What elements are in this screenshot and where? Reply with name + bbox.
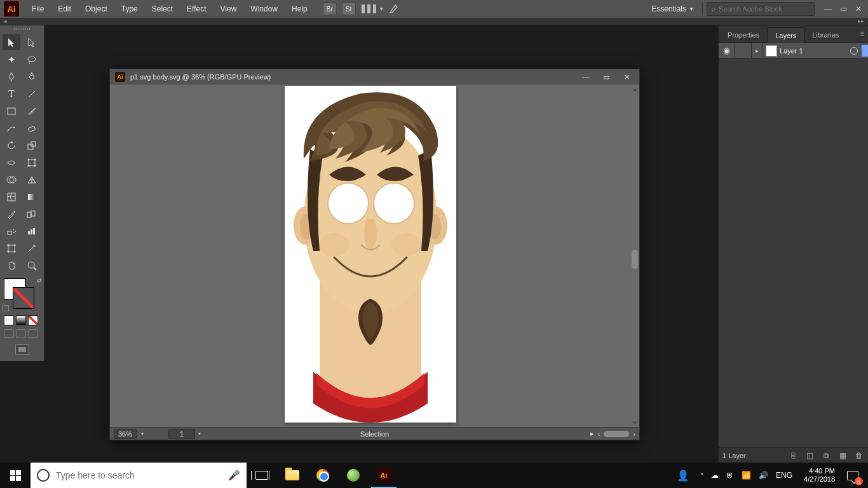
default-fill-stroke-icon[interactable] (3, 305, 9, 311)
create-sublayer-button[interactable]: ⧉ (821, 451, 831, 461)
chrome-button[interactable] (308, 463, 338, 488)
delete-layer-button[interactable]: 🗑 (854, 451, 864, 461)
make-clipping-mask-button[interactable]: ◫ (804, 451, 815, 461)
android-studio-button[interactable] (338, 463, 369, 488)
gradient-tool[interactable] (23, 189, 41, 205)
fill-stroke-control[interactable]: ⇄ (4, 278, 41, 310)
gpu-preview-icon[interactable] (388, 3, 400, 15)
color-mode-none[interactable] (28, 315, 38, 325)
rotate-tool[interactable] (3, 137, 20, 153)
artboard-dropdown-icon[interactable]: ▾ (196, 431, 203, 437)
shaper-tool[interactable] (3, 120, 20, 136)
draw-behind[interactable] (16, 329, 26, 338)
security-icon[interactable]: ⛨ (726, 471, 734, 480)
lasso-tool[interactable] (23, 51, 41, 67)
last-artboard-button[interactable]: ▸I (214, 430, 223, 438)
hscroll-left-icon[interactable]: ‹ (598, 430, 600, 438)
layer-row[interactable]: ◉ ▸ Layer 1 (719, 43, 868, 58)
close-button[interactable]: ✕ (851, 4, 865, 14)
bridge-button[interactable]: Br (323, 3, 337, 15)
column-graph-tool[interactable] (23, 223, 41, 239)
menu-object[interactable]: Object (79, 2, 114, 16)
eraser-tool[interactable] (23, 120, 41, 136)
menu-select[interactable]: Select (146, 2, 179, 16)
slice-tool[interactable] (23, 240, 41, 256)
type-tool[interactable]: T (3, 86, 20, 102)
hscroll-play-icon[interactable]: ▸ (590, 430, 594, 438)
stock-button[interactable]: St (342, 3, 356, 15)
menu-file[interactable]: File (25, 2, 50, 16)
prev-artboard-button[interactable]: ◂ (158, 430, 167, 438)
action-center-button[interactable]: 5 (840, 463, 865, 488)
screen-mode-button[interactable] (15, 344, 29, 355)
onedrive-icon[interactable]: ☁ (711, 471, 719, 480)
hscroll-thumb[interactable] (604, 431, 629, 437)
eyedropper-tool[interactable] (3, 206, 20, 222)
pen-tool[interactable] (3, 69, 20, 85)
taskbar-clock[interactable]: 4:40 PM 4/27/2018 (799, 467, 840, 484)
perspective-grid-tool[interactable] (23, 172, 41, 187)
swap-fill-stroke-icon[interactable]: ⇄ (37, 277, 42, 283)
selection-tool[interactable] (3, 34, 20, 50)
free-transform-tool[interactable] (23, 154, 41, 170)
arrange-documents-button[interactable]: ▾ (361, 3, 383, 15)
draw-inside[interactable] (28, 329, 38, 338)
microphone-icon[interactable]: 🎤 (228, 470, 240, 481)
menu-edit[interactable]: Edit (51, 2, 78, 16)
visibility-toggle[interactable]: ◉ (719, 43, 735, 58)
workspace-selector[interactable]: Essentials▾ (646, 3, 698, 15)
new-layer-button[interactable]: ▦ (837, 451, 848, 461)
hand-tool[interactable] (3, 257, 20, 273)
layer-name[interactable]: Layer 1 (780, 47, 850, 55)
scroll-down-icon[interactable]: ▾ (632, 419, 638, 426)
wifi-icon[interactable]: 📶 (742, 471, 751, 480)
minimize-button[interactable]: — (821, 4, 835, 14)
rectangle-tool[interactable] (3, 103, 20, 119)
document-titlebar[interactable]: Ai p1 svg body.svg @ 36% (RGB/GPU Previe… (110, 69, 639, 85)
draw-normal[interactable] (4, 329, 14, 338)
expand-toggle[interactable]: ▸ (752, 43, 763, 58)
tray-overflow-icon[interactable]: ˄ (700, 472, 703, 479)
mesh-tool[interactable] (3, 189, 20, 205)
task-view-button[interactable] (247, 463, 277, 488)
hscroll-right-icon[interactable]: › (633, 430, 635, 438)
illustrator-taskbar-button[interactable]: Ai (369, 463, 399, 488)
zoom-tool[interactable] (23, 257, 41, 273)
panel-menu-icon[interactable]: ≡ (860, 29, 864, 38)
curvature-tool[interactable] (23, 69, 41, 85)
menu-help[interactable]: Help (285, 2, 314, 16)
menu-view[interactable]: View (214, 2, 243, 16)
symbol-sprayer-tool[interactable] (3, 223, 20, 239)
color-mode-gradient[interactable] (16, 315, 26, 325)
people-button[interactable]: 👤 (671, 463, 694, 488)
taskbar-search[interactable]: 🎤 (31, 463, 247, 488)
magic-wand-tool[interactable]: ✦ (3, 51, 20, 67)
color-mode-solid[interactable] (4, 315, 14, 325)
paintbrush-tool[interactable] (23, 103, 41, 119)
taskbar-search-input[interactable] (56, 470, 222, 480)
collapse-toolbar-icon[interactable]: ◂◂ (3, 18, 6, 24)
target-icon[interactable] (850, 47, 858, 55)
doc-minimize-button[interactable]: — (578, 72, 593, 82)
first-artboard-button[interactable]: I◂ (148, 430, 157, 438)
volume-icon[interactable]: 🔊 (759, 471, 768, 480)
scroll-thumb[interactable] (632, 250, 638, 269)
tab-properties[interactable]: Properties (720, 27, 767, 43)
maximize-button[interactable]: ▭ (836, 4, 850, 14)
start-button[interactable] (0, 463, 31, 488)
tab-layers[interactable]: Layers (767, 27, 804, 43)
doc-maximize-button[interactable]: ▭ (599, 72, 614, 82)
scale-tool[interactable] (23, 137, 41, 153)
adobe-stock-search[interactable]: ⌕ (707, 2, 815, 16)
menu-effect[interactable]: Effect (180, 2, 212, 16)
vertical-scrollbar[interactable]: ▴ ▾ (630, 85, 639, 427)
tab-libraries[interactable]: Libraries (804, 27, 846, 43)
toolbar-grip[interactable] (0, 25, 44, 32)
zoom-dropdown-icon[interactable]: ▾ (139, 431, 146, 437)
next-artboard-button[interactable]: ▸ (204, 430, 213, 438)
stroke-swatch[interactable] (13, 287, 34, 309)
direct-selection-tool[interactable] (23, 34, 41, 50)
locate-object-button[interactable]: ⎘ (788, 451, 798, 461)
line-tool[interactable] (23, 86, 41, 102)
adobe-stock-search-input[interactable] (719, 5, 801, 13)
